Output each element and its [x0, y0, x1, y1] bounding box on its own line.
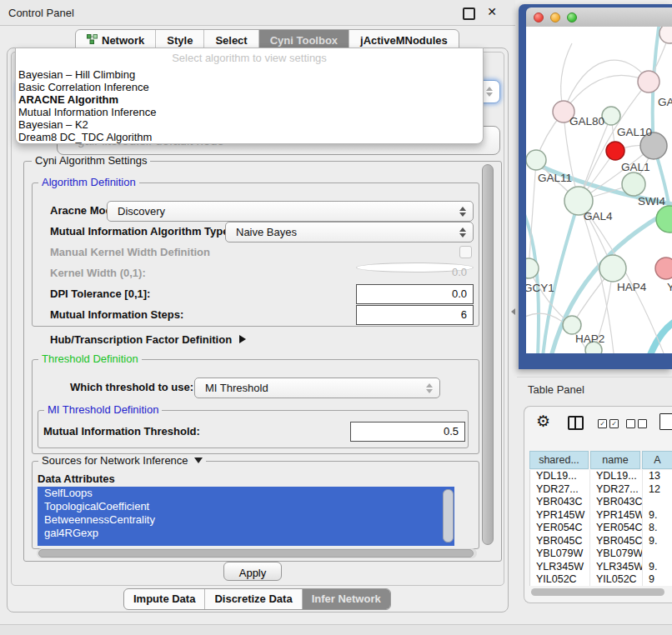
table-cell[interactable]: YPR145W [590, 509, 643, 522]
network-node[interactable] [602, 107, 620, 125]
mi-threshold-field[interactable]: 0.5 [350, 422, 465, 442]
mi-algorithm-type-combo[interactable]: Naive Bayes [225, 222, 474, 242]
network-node[interactable] [563, 316, 581, 334]
attribute-item-betweennesscentrality[interactable]: BetweennessCentrality [38, 513, 454, 527]
settings-horizontal-scrollbar[interactable] [38, 549, 474, 558]
bottom-tab-impute-data[interactable]: Impute Data [124, 589, 205, 609]
table-row[interactable]: YER054CYER054C8. [530, 522, 672, 535]
table-cell[interactable]: YDR27... [590, 483, 643, 497]
kernel-width-field[interactable]: 0.0 [356, 262, 474, 272]
close-panel-icon[interactable]: ✕ [487, 5, 497, 18]
dropdown-placeholder: Select algorithm to view settings [16, 48, 483, 68]
mi-steps-label: Mutual Information Steps: [50, 309, 183, 321]
network-node[interactable] [606, 142, 624, 160]
network-node[interactable] [526, 150, 546, 170]
table-cell[interactable]: 13 [643, 470, 672, 483]
attributes-list-scrollbar[interactable] [443, 489, 454, 542]
table-cell[interactable]: YIL052C [530, 573, 590, 586]
table-rows: YDL19...YDL19...13YDR27...YDR27...12YBR0… [529, 470, 672, 586]
network-node[interactable] [622, 172, 645, 196]
settings-gear-icon[interactable]: ⚙ [536, 413, 550, 429]
table-cell[interactable]: YBL079W [590, 548, 643, 561]
table-cell[interactable]: YLR345W [590, 561, 643, 574]
table-cell[interactable]: 12 [643, 483, 672, 497]
table-cell[interactable]: 9. [643, 509, 672, 522]
mi-steps-field[interactable]: 6 [356, 305, 474, 325]
minimize-traffic-light-icon[interactable] [550, 12, 560, 22]
combo-stepper-icon [426, 383, 433, 393]
kernel-width-label: Kernel Width (0,1): [50, 268, 146, 279]
close-traffic-light-icon[interactable] [534, 12, 544, 22]
which-threshold-combo[interactable]: MI Threshold [194, 378, 440, 398]
table-cell[interactable]: 9. [643, 535, 672, 548]
table-cell[interactable]: YBR043C [590, 496, 643, 509]
table-row[interactable]: YBR043CYBR043C [530, 496, 672, 509]
table-cell[interactable]: YBR045C [590, 535, 643, 548]
bottom-tab-infer-network[interactable]: Infer Network [303, 589, 390, 609]
dpi-tolerance-field[interactable]: 0.0 [356, 284, 474, 304]
table-row[interactable]: YDR27...YDR27...12 [530, 483, 672, 497]
table-cell[interactable] [643, 548, 672, 561]
table-row[interactable]: YIL052CYIL052C9 [530, 573, 672, 586]
network-window-titlebar[interactable] [526, 8, 672, 28]
table-row[interactable]: YPR145WYPR145W9. [530, 509, 672, 522]
table-cell[interactable]: YBR043C [530, 496, 590, 509]
split-columns-icon[interactable] [568, 416, 584, 430]
table-horizontal-scrollbar[interactable] [531, 588, 664, 596]
network-node[interactable] [655, 258, 672, 279]
settings-vertical-scrollbar[interactable] [482, 164, 494, 545]
dropdown-item-bayesian-k2[interactable]: Bayesian – K2 [16, 118, 483, 131]
node-label-hap4: HAP4 [617, 281, 647, 293]
aracne-mode-combo[interactable]: Discovery [107, 201, 474, 222]
column-header-a[interactable]: A [642, 451, 672, 469]
dropdown-item-mutual-information-inference[interactable]: Mutual Information Inference [16, 106, 483, 118]
table-cell[interactable]: YER054C [530, 522, 590, 535]
network-node[interactable] [656, 206, 672, 232]
float-window-icon[interactable] [463, 8, 475, 20]
table-cell[interactable]: YIL052C [590, 573, 643, 586]
table-cell[interactable]: YER054C [590, 522, 643, 535]
table-row[interactable]: YBL079WYBL079W [530, 548, 672, 561]
table-row[interactable]: YLR345WYLR345W9. [530, 561, 672, 574]
node-label-hap2: HAP2 [575, 332, 604, 345]
data-attributes-list[interactable]: SelfLoopsTopologicalCoefficientBetweenne… [38, 487, 454, 546]
attribute-item-selfloops[interactable]: SelfLoops [38, 487, 454, 500]
deselect-all-checks-icon[interactable] [626, 419, 647, 428]
table-cell[interactable]: YBR045C [530, 535, 590, 548]
network-node[interactable] [638, 71, 659, 92]
column-header-name[interactable]: name [590, 451, 640, 469]
table-row[interactable]: YBR045CYBR045C9. [530, 535, 672, 548]
attribute-item-topologicalcoefficient[interactable]: TopologicalCoefficient [38, 500, 454, 513]
table-cell[interactable]: YDL19... [530, 470, 590, 483]
sources-group-title[interactable]: Sources for Network Inference [38, 455, 206, 466]
table-cell[interactable] [643, 496, 672, 509]
table-cell[interactable]: YDL19... [590, 470, 643, 483]
dropdown-item-bayesian-hill-climbing[interactable]: Bayesian – Hill Climbing [16, 68, 483, 81]
dropdown-item-basic-correlation-inference[interactable]: Basic Correlation Inference [16, 81, 483, 93]
network-node[interactable] [659, 27, 672, 43]
table-cell[interactable]: YBL079W [530, 548, 590, 561]
column-header-shared[interactable]: shared... [529, 451, 589, 469]
bottom-status-strip [0, 624, 672, 635]
hub-definition-expander[interactable]: Hub/Transcription Factor Definition [50, 333, 246, 346]
manual-kernel-width-checkbox[interactable] [459, 246, 472, 258]
panel-resize-arrow-icon[interactable] [511, 308, 515, 315]
attribute-item-gal4rgexp[interactable]: gal4RGexp [38, 527, 454, 540]
select-all-checks-icon[interactable]: ✓✓ [598, 419, 619, 428]
table-cell[interactable]: 8. [643, 522, 672, 535]
dropdown-item-dream8-dc-tdc-algorithm[interactable]: Dream8 DC_TDC Algorithm [16, 131, 483, 143]
table-cell[interactable]: 9 [643, 573, 672, 586]
apply-button[interactable]: Apply [223, 562, 282, 581]
table-cell[interactable]: YDR27... [530, 483, 590, 497]
zoom-traffic-light-icon[interactable] [567, 12, 577, 22]
dropdown-item-aracne-algorithm[interactable]: ARACNE Algorithm [16, 93, 483, 106]
table-cell[interactable]: 9. [643, 561, 672, 574]
bottom-tab-discretize-data[interactable]: Discretize Data [205, 589, 302, 609]
table-cell[interactable]: YPR145W [530, 509, 590, 522]
table-cell[interactable]: YLR345W [530, 561, 590, 574]
control-panel-titlebar: Control Panel ✕ [0, 0, 515, 26]
table-row[interactable]: YDL19...YDL19...13 [530, 470, 672, 483]
network-node[interactable] [599, 255, 626, 282]
network-canvas[interactable]: GALGAL80GAL10GAL1GAL11SWI4GAL4GCY1HAP4YH… [526, 27, 672, 353]
document-icon[interactable] [659, 413, 672, 430]
